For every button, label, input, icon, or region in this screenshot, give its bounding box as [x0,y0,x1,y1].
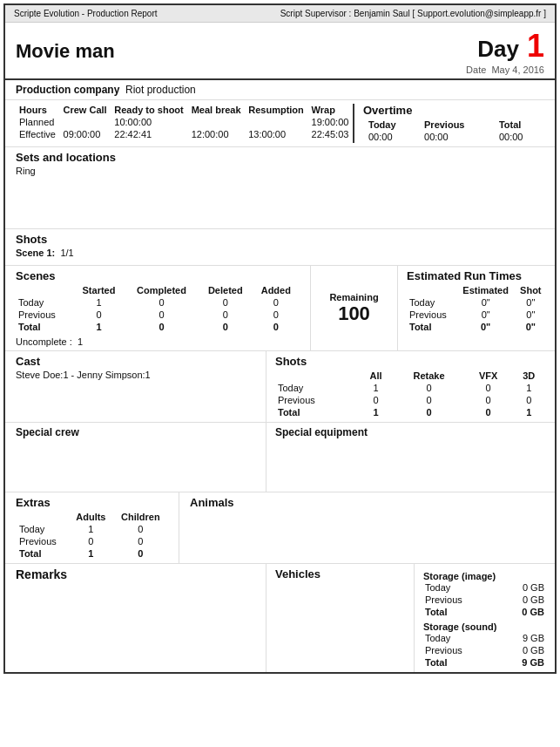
si-today-value: 0 GB [498,581,546,594]
ex-total-adults: 1 [69,547,113,560]
shots-section: Shots Scene 1: 1/1 [5,229,555,266]
date-line: Date May 4, 2016 [466,65,544,75]
production-value: Riot production [125,84,196,96]
sd-today-all: 1 [359,382,393,394]
remaining-value: 100 [338,302,370,325]
col-crew-call: Crew Call [60,104,111,116]
hours-section: Hours Crew Call Ready to shoot Meal brea… [5,100,555,147]
ert-prev-estimated: 0" [456,309,516,321]
sd-today-row: Today 1 0 0 1 [275,382,546,394]
effective-crew: 09:00:00 [60,128,111,140]
sd-total-label: Total [275,406,359,418]
animals-block: Animals [179,492,555,563]
si-prev-value: 0 GB [498,594,546,606]
col-resumption: Resumption [245,104,307,116]
storage-sound-table: Today 9 GB Previous 0 GB Total 9 GB [423,632,546,669]
ex-previous-row: Previous 0 0 [16,535,168,547]
uncomplete-line: Uncomplete : 1 [16,336,300,347]
planned-meal [188,116,246,128]
shots-detail-table: All Retake VFX 3D Today 1 0 0 1 [275,370,546,418]
ex-prev-children: 0 [113,535,168,547]
special-equip-block: Special equipment [267,423,555,492]
effective-resumption: 13:00:00 [245,128,307,140]
production-label: Production company [16,84,119,96]
sc-prev-completed: 0 [125,309,199,321]
hours-table: Hours Crew Call Ready to shoot Meal brea… [16,104,353,140]
ss-today-row: Today 9 GB [423,632,546,644]
ss-prev-row: Previous 0 GB [423,644,546,656]
ex-prev-label: Previous [16,535,69,547]
ert-today-label: Today [407,296,456,309]
sd-prev-label: Previous [275,394,359,406]
ert-previous-row: Previous 0" 0" [407,309,546,321]
overtime-table: Today Previous Total 00:00 00:00 00:00 [363,119,544,143]
sc-prev-label: Previous [16,309,73,321]
ert-col-shot: Shot [516,284,546,296]
ex-today-adults: 1 [69,523,113,535]
ert-table: Estimated Shot Today 0" 0" Previous 0" 0… [407,284,546,333]
effective-wrap: 22:45:03 [308,128,353,140]
supervisor-info: Script Supervisor : Benjamin Saul [ Supp… [280,9,546,18]
storage-block: Storage (image) Today 0 GB Previous 0 GB… [415,564,555,672]
sc-prev-deleted: 0 [199,309,253,321]
ss-today-label: Today [423,632,498,644]
ert-total-shot: 0" [516,321,546,333]
app-name: Scripte Evolution - Production Report [14,9,158,18]
ert-title: Estimated Run Times [407,269,546,282]
scenes-table: Started Completed Deleted Added Today 1 … [16,284,300,333]
sd-total-3d: 1 [512,406,546,418]
ss-total-row: Total 9 GB [423,656,546,669]
scenes-ert-row: Scenes Started Completed Deleted Added T… [5,266,555,351]
shots-scene-line: Scene 1: 1/1 [16,248,544,258]
sc-prev-started: 0 [73,309,125,321]
ss-today-value: 9 GB [498,632,546,644]
storage-sound-title: Storage (sound) [423,621,546,632]
scene-label: Scene 1: [16,248,55,258]
sd-total-vfx: 0 [465,406,512,418]
remaining-label: Remaining [329,292,378,302]
ss-total-label: Total [423,656,498,669]
ert-prev-shot: 0" [516,309,546,321]
hours-row-planned: Planned 10:00:00 19:00:00 [16,116,353,128]
ert-today-row: Today 0" 0" [407,296,546,309]
scenes-col-started: Started [73,284,125,296]
scenes-block: Scenes Started Completed Deleted Added T… [5,266,311,350]
sd-col-0 [275,370,359,382]
uncomplete-value: 1 [78,336,83,347]
ex-prev-adults: 0 [69,535,113,547]
ss-prev-value: 0 GB [498,644,546,656]
sd-today-vfx: 0 [465,382,512,394]
vehicles-title: Vehicles [275,567,405,581]
sd-total-all: 1 [359,406,393,418]
col-wrap: Wrap [308,104,353,116]
sc-today-added: 0 [253,296,300,309]
effective-meal: 12:00:00 [188,128,246,140]
ot-today: 00:00 [363,131,419,143]
sc-total-label: Total [16,321,73,333]
si-today-label: Today [423,581,498,594]
movie-title: Movie man [16,40,115,63]
ert-prev-label: Previous [407,309,456,321]
sets-value: Ring [16,166,544,176]
scenes-previous-row: Previous 0 0 0 0 [16,309,300,321]
ot-total-col: Total [494,119,544,131]
shots-detail-title: Shots [275,355,546,368]
date-label: Date [466,65,486,75]
ss-total-value: 9 GB [498,656,546,669]
sc-total-completed: 0 [125,321,199,333]
ex-total-row: Total 1 0 [16,547,168,560]
sd-prev-vfx: 0 [465,394,512,406]
sc-total-added: 0 [253,321,300,333]
ex-col-0 [16,511,69,523]
scenes-title: Scenes [16,269,300,282]
main-header: Movie man Day 1 Date May 4, 2016 [5,23,555,80]
sd-total-row: Total 1 0 0 1 [275,406,546,418]
ert-today-estimated: 0" [456,296,516,309]
ex-today-children: 0 [113,523,168,535]
ert-total-estimated: 0" [456,321,516,333]
planned-ready: 10:00:00 [111,116,187,128]
planned-crew [60,116,111,128]
vehicles-block: Vehicles [267,564,415,672]
remaining-block: Remaining 100 [311,266,398,350]
sc-today-label: Today [16,296,73,309]
